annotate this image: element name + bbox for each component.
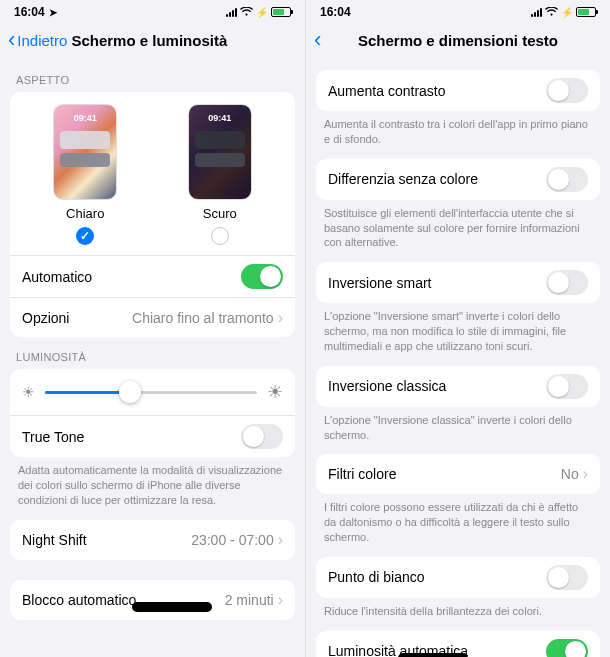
battery-icon: [576, 7, 596, 17]
cellular-icon: [226, 7, 237, 17]
cellular-icon: [531, 7, 542, 17]
row-increase-contrast: Aumenta contrasto: [316, 70, 600, 111]
diffcolor-label: Differenzia senza colore: [328, 171, 478, 187]
contrast-label: Aumenta contrasto: [328, 83, 446, 99]
row-auto-brightness: Luminosità automatica: [316, 631, 600, 657]
appearance-card: 09:41 Chiaro 09:41 Scuro Automatico: [10, 92, 295, 337]
autobright-toggle[interactable]: [546, 639, 588, 657]
navbar: ‹ Schermo e dimensioni testo: [306, 20, 610, 60]
nightshift-value: 23:00 - 07:00: [191, 532, 274, 548]
contrast-description: Aumenta il contrasto tra i colori dell'a…: [306, 111, 610, 159]
page-title: Schermo e luminosità: [71, 32, 227, 49]
sun-large-icon: ☀: [267, 381, 283, 403]
truetone-description: Adatta automaticamente la modalità di vi…: [0, 457, 305, 520]
chevron-right-icon: ›: [278, 310, 283, 326]
colorfilt-description: I filtri colore possono essere utilizzat…: [306, 494, 610, 557]
status-time: 16:04: [14, 5, 45, 19]
charging-icon: ⚡: [256, 7, 268, 18]
light-thumbnail: 09:41: [53, 104, 117, 200]
battery-icon: [271, 7, 291, 17]
row-options[interactable]: Opzioni Chiaro fino al tramonto›: [10, 297, 295, 337]
row-truetone: True Tone: [10, 415, 295, 457]
page-title: Schermo e dimensioni testo: [306, 32, 610, 49]
appearance-option-light[interactable]: 09:41 Chiaro: [53, 104, 117, 245]
whitepoint-description: Riduce l'intensità della brillantezza de…: [306, 598, 610, 631]
autolock-label: Blocco automatico: [22, 592, 136, 608]
row-nightshift[interactable]: Night Shift 23:00 - 07:00›: [10, 520, 295, 560]
truetone-label: True Tone: [22, 429, 84, 445]
charging-icon: ⚡: [561, 7, 573, 18]
classicinv-description: L'opzione "Inversione classica" inverte …: [306, 407, 610, 455]
dark-label: Scuro: [203, 206, 237, 221]
automatic-label: Automatico: [22, 269, 92, 285]
chevron-left-icon: ‹: [8, 29, 15, 51]
options-value: Chiaro fino al tramonto: [132, 310, 274, 326]
autolock-value: 2 minuti: [225, 592, 274, 608]
brightness-slider[interactable]: [45, 391, 257, 394]
row-white-point: Punto di bianco: [316, 557, 600, 598]
whitepoint-label: Punto di bianco: [328, 569, 425, 585]
row-smart-invert: Inversione smart: [316, 262, 600, 303]
smartinv-description: L'opzione "Inversione smart" inverte i c…: [306, 303, 610, 366]
classicinv-toggle[interactable]: [546, 374, 588, 399]
screen-display-text-size: 16:04 ⚡ ‹ Schermo e dimensioni testo Aum…: [305, 0, 610, 657]
nightshift-label: Night Shift: [22, 532, 87, 548]
nightshift-card: Night Shift 23:00 - 07:00›: [10, 520, 295, 560]
colorfilt-label: Filtri colore: [328, 466, 396, 482]
smartinv-label: Inversione smart: [328, 275, 431, 291]
chevron-left-icon: ‹: [314, 29, 321, 51]
sun-small-icon: ☀: [22, 384, 35, 400]
dark-thumbnail: 09:41: [188, 104, 252, 200]
light-label: Chiaro: [66, 206, 104, 221]
colorfilt-value: No: [561, 466, 579, 482]
redaction-bar: [132, 602, 212, 612]
row-automatic: Automatico: [10, 255, 295, 297]
classicinv-label: Inversione classica: [328, 378, 446, 394]
dark-radio-unselected[interactable]: [211, 227, 229, 245]
navbar: ‹ Indietro Schermo e luminosità: [0, 20, 305, 60]
chevron-right-icon: ›: [278, 592, 283, 608]
diffcolor-toggle[interactable]: [546, 167, 588, 192]
redaction-bar: [398, 653, 468, 657]
status-bar: 16:04 ⚡: [306, 0, 610, 20]
back-button[interactable]: ‹: [314, 29, 323, 51]
row-classic-invert: Inversione classica: [316, 366, 600, 407]
light-radio-selected[interactable]: [76, 227, 94, 245]
diffcolor-description: Sostituisce gli elementi dell'interfacci…: [306, 200, 610, 263]
chevron-right-icon: ›: [583, 466, 588, 482]
smartinv-toggle[interactable]: [546, 270, 588, 295]
brightness-card: ☀ ☀ True Tone: [10, 369, 295, 457]
appearance-option-dark[interactable]: 09:41 Scuro: [188, 104, 252, 245]
section-header-aspetto: ASPETTO: [0, 60, 305, 92]
screen-display-brightness: 16:04 ➤ ⚡ ‹ Indietro Schermo e luminosit…: [0, 0, 305, 657]
row-autolock[interactable]: Blocco automatico 2 minuti›: [10, 580, 295, 620]
options-label: Opzioni: [22, 310, 69, 326]
automatic-toggle[interactable]: [241, 264, 283, 289]
whitepoint-toggle[interactable]: [546, 565, 588, 590]
section-header-luminosita: LUMINOSITÀ: [0, 337, 305, 369]
location-icon: ➤: [49, 7, 57, 18]
autolock-card: Blocco automatico 2 minuti›: [10, 580, 295, 620]
truetone-toggle[interactable]: [241, 424, 283, 449]
brightness-slider-row: ☀ ☀: [10, 369, 295, 415]
wifi-icon: [240, 7, 253, 17]
back-label: Indietro: [17, 32, 67, 49]
row-color-filters[interactable]: Filtri colore No›: [316, 454, 600, 494]
contrast-toggle[interactable]: [546, 78, 588, 103]
back-button[interactable]: ‹ Indietro: [8, 29, 67, 51]
row-differentiate-color: Differenzia senza colore: [316, 159, 600, 200]
wifi-icon: [545, 7, 558, 17]
chevron-right-icon: ›: [278, 532, 283, 548]
status-time: 16:04: [320, 5, 351, 19]
status-bar: 16:04 ➤ ⚡: [0, 0, 305, 20]
